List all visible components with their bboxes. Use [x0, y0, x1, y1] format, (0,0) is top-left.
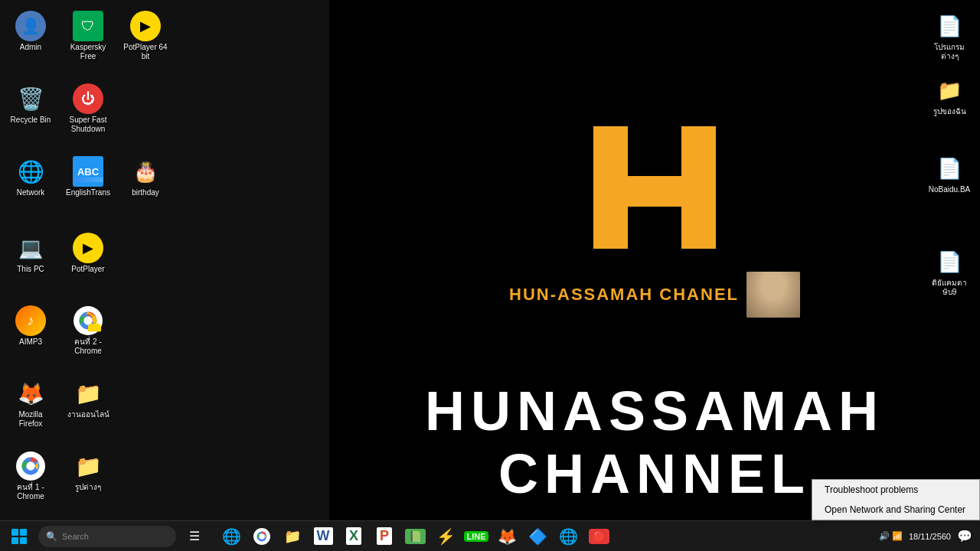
word-icon: W	[314, 527, 333, 545]
icon-thai-file[interactable]: 📄 ดิยัแคมตาษับ9	[923, 243, 976, 300]
channel-name-bar: HUN-ASSAMAH CHANEL	[509, 272, 800, 318]
taskbar-apps: 🌐 📁 W	[209, 522, 871, 551]
excel-icon: X	[346, 527, 361, 545]
icon-this-pc[interactable]: 💻 This PC	[4, 230, 57, 277]
icon-chrome1[interactable]: คนที่ 1 - Chrome	[4, 448, 57, 504]
desktop: HUN-ASSAMAH CHANEL HUNASSAMAH CHANNEL 👤 …	[0, 0, 980, 551]
icon-firefox[interactable]: 🦊 Mozilla Firefox	[4, 375, 57, 432]
icon-recycle-label: Recycle Bin	[11, 116, 51, 125]
firefox-taskbar-icon: 🦊	[498, 527, 517, 546]
icon-firefox-label: Mozilla Firefox	[7, 410, 54, 429]
taskbar-chrome[interactable]	[247, 522, 276, 551]
svg-rect-7	[88, 325, 101, 332]
icon-admin-label: Admin	[20, 43, 41, 52]
icon-super-fast-label: Super Fast Shutdown	[64, 116, 112, 134]
channel-name-text: HUN-ASSAMAH CHANEL	[509, 285, 739, 305]
icon-chrome1-label: คนที่ 1 - Chrome	[7, 483, 54, 501]
icon-potplayer-label: PotPlayer	[71, 265, 104, 274]
taskbar-search[interactable]: 🔍 Search	[38, 526, 176, 547]
icon-birthday[interactable]: 🎂 birthday	[119, 153, 172, 201]
icon-aimp3-label: AIMP3	[19, 337, 42, 347]
taskbar-line[interactable]: LINE	[462, 522, 491, 551]
taskbar-filezilla[interactable]: ⚡	[431, 522, 460, 551]
icon-folder-misc-label: รูปต่างๆ	[75, 483, 101, 492]
taskbar-network-manager[interactable]: 🌐	[554, 522, 583, 551]
icon-programs[interactable]: 📄 โปรแกรมต่างๆ	[923, 8, 976, 64]
ie-icon: 🌐	[222, 527, 241, 546]
filezilla-icon: ⚡	[436, 527, 456, 546]
search-icon: 🔍	[46, 531, 57, 542]
icon-network-label: Network	[17, 188, 45, 197]
taskbar-clock: 18/11/2560	[909, 532, 951, 541]
windows-logo	[11, 529, 27, 544]
profile-thumbnail	[746, 272, 800, 318]
h-logo	[586, 119, 724, 256]
icon-admin[interactable]: 👤 Admin	[4, 8, 57, 55]
icon-recycle-bin[interactable]: 🗑️ Recycle Bin	[4, 80, 57, 128]
explorer-icon: 📁	[284, 528, 301, 545]
taskbar-green-app[interactable]: 📗	[400, 522, 430, 551]
desktop-icons-left: 👤 Admin 🛡 Kaspersky Free ▶ PotPlayer 64 …	[0, 0, 329, 520]
icon-english-trans[interactable]: ABC EnglishTrans	[61, 153, 115, 201]
taskbar-excel[interactable]: X	[339, 522, 368, 551]
taskbar-blue-app[interactable]: 🔷	[523, 522, 552, 551]
context-menu: Troubleshoot problems Open Network and S…	[812, 479, 980, 520]
system-tray: 🔊 📶 18/11/2560 💬	[871, 529, 980, 543]
icon-folder-misc[interactable]: 📁 รูปต่างๆ	[61, 448, 115, 495]
icon-chrome2[interactable]: คนที่ 2 - Chrome	[61, 302, 115, 359]
icon-folder-online-label: งานออนไลน์	[67, 410, 109, 419]
icon-folder-online[interactable]: 📁 งานออนไลน์	[61, 375, 115, 422]
channel-video: HUN-ASSAMAH CHANEL	[329, 57, 980, 379]
network-manager-icon: 🌐	[559, 527, 578, 546]
icon-kaspersky[interactable]: 🛡 Kaspersky Free	[61, 8, 115, 64]
taskbar: 🔍 Search ☰ 🌐	[0, 520, 980, 551]
icon-programs-label: โปรแกรมต่างๆ	[926, 43, 973, 61]
taskbar-powerpoint[interactable]: P	[370, 522, 399, 551]
ppt-icon: P	[377, 527, 392, 545]
context-menu-item-network-sharing[interactable]: Open Network and Sharing Center	[812, 500, 979, 520]
icon-english-trans-label: EnglishTrans	[66, 188, 110, 197]
blue-app-icon: 🔷	[528, 527, 547, 546]
green-app-icon: 📗	[405, 529, 426, 544]
icon-potplayer[interactable]: ▶ PotPlayer	[61, 230, 115, 277]
icon-potplayer64-label: PotPlayer 64 bit	[122, 43, 169, 61]
taskbar-explorer[interactable]: 📁	[278, 522, 307, 551]
channel-logo-area: HUN-ASSAMAH CHANEL	[329, 57, 980, 379]
icon-this-pc-label: This PC	[17, 265, 44, 274]
icon-thai-file-label: ดิยัแคมตาษับ9	[926, 279, 973, 297]
taskbar-red-app[interactable]: 🔴	[584, 522, 613, 551]
icon-nobaidu-label: NoBaidu.BA	[929, 185, 970, 194]
start-button[interactable]	[0, 521, 38, 552]
red-app-icon: 🔴	[589, 529, 609, 544]
svg-rect-2	[593, 176, 716, 207]
icon-nobaidu[interactable]: 📄 NoBaidu.BA	[923, 150, 976, 197]
taskbar-word[interactable]: W	[309, 522, 338, 551]
taskbar-ie[interactable]: 🌐	[217, 522, 246, 551]
taskbar-firefox[interactable]: 🦊	[492, 522, 521, 551]
icon-network[interactable]: 🌐 Network	[4, 153, 57, 201]
icon-kaspersky-label: Kaspersky Free	[64, 43, 112, 61]
task-view-icon: ☰	[189, 529, 200, 543]
context-menu-item-troubleshoot[interactable]: Troubleshoot problems	[812, 480, 979, 500]
icon-chrome2-label: คนที่ 2 - Chrome	[64, 337, 112, 356]
svg-point-13	[259, 533, 264, 539]
notifications-button[interactable]: 💬	[957, 529, 972, 543]
svg-point-10	[26, 461, 34, 470]
icon-my-folder-label: รูปของฉัน	[933, 107, 966, 116]
search-placeholder: Search	[62, 532, 89, 541]
icon-birthday-label: birthday	[132, 188, 159, 197]
desktop-icons-right: 📄 โปรแกรมต่างๆ 📁 รูปของฉัน 📄 NoBaidu.BA …	[919, 0, 980, 308]
task-view-button[interactable]: ☰	[180, 522, 209, 551]
line-icon: LINE	[464, 531, 488, 542]
chrome-taskbar-icon	[253, 528, 270, 545]
icon-my-folder[interactable]: 📁 รูปของฉัน	[923, 72, 976, 119]
system-tray-icons: 🔊 📶	[879, 531, 903, 541]
icon-super-fast-shutdown[interactable]: ⏻ Super Fast Shutdown	[61, 80, 115, 137]
icon-aimp3[interactable]: ♪ AIMP3	[4, 302, 57, 350]
icon-potplayer64[interactable]: ▶ PotPlayer 64 bit	[119, 8, 172, 64]
